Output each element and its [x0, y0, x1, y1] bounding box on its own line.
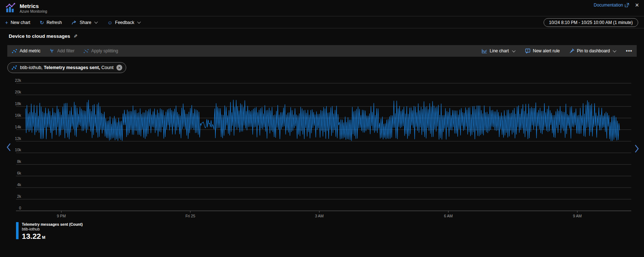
pill-resource: btib-iothub,: [20, 65, 44, 70]
svg-text:10k: 10k: [15, 148, 21, 152]
pin-icon: [569, 48, 575, 53]
svg-text:4k: 4k: [17, 182, 21, 187]
app-header: Metrics Azure Monitoring Documentation ×: [0, 0, 644, 16]
svg-text:16k: 16k: [15, 113, 21, 117]
svg-text:8k: 8k: [17, 159, 21, 164]
scatter-metric-icon: [12, 49, 17, 53]
feedback-label: Feedback: [115, 20, 134, 25]
metrics-chart-svg[interactable]: 02k4k6k8k10k12k14k16k18k20k22k9 PMFri 25…: [0, 73, 644, 222]
legend-value-unit: M: [42, 235, 45, 240]
share-label: Share: [80, 20, 91, 25]
ellipsis-icon: •••: [626, 48, 632, 54]
add-filter-label: Add filter: [57, 48, 74, 53]
svg-text:2k: 2k: [17, 194, 21, 198]
refresh-icon: ↻: [40, 20, 44, 25]
new-alert-rule-button[interactable]: New alert rule: [525, 48, 560, 53]
legend-metric-name: Telemetry messages sent (Count): [22, 222, 83, 227]
smiley-icon: ☺: [107, 20, 112, 25]
chevron-down-icon: [613, 49, 616, 52]
pill-aggregation: Count: [100, 65, 114, 70]
svg-text:12k: 12k: [15, 136, 21, 141]
close-icon[interactable]: ×: [635, 2, 639, 8]
page-subtitle: Azure Monitoring: [20, 9, 47, 13]
scatter-metric-icon: [11, 65, 17, 70]
new-chart-button[interactable]: + New chart: [5, 20, 30, 25]
legend-value-number: 13.22: [22, 232, 41, 240]
legend-item[interactable]: Telemetry messages sent (Count) btib-iot…: [16, 222, 83, 242]
chevron-down-icon: [137, 20, 141, 24]
apply-splitting-button[interactable]: Apply splitting: [83, 48, 118, 53]
new-alert-rule-label: New alert rule: [533, 48, 560, 53]
legend-color-swatch: [16, 222, 19, 239]
legend-total-value: 13.22M: [22, 232, 83, 242]
documentation-link[interactable]: Documentation: [594, 3, 629, 8]
chart-type-dropdown[interactable]: Line chart: [481, 48, 516, 53]
new-chart-label: New chart: [11, 20, 30, 25]
filter-icon: [49, 49, 55, 53]
svg-text:0: 0: [19, 206, 21, 210]
svg-text:9 AM: 9 AM: [573, 214, 582, 218]
alert-rule-icon: [525, 48, 530, 53]
metrics-logo-icon: [5, 3, 16, 13]
svg-text:9 PM: 9 PM: [57, 214, 66, 218]
chart-type-label: Line chart: [490, 48, 509, 53]
plus-icon: +: [5, 20, 8, 25]
svg-text:Fri 25: Fri 25: [186, 214, 195, 218]
svg-text:6 AM: 6 AM: [444, 214, 453, 218]
svg-text:22k: 22k: [15, 78, 21, 83]
svg-text:18k: 18k: [15, 101, 21, 106]
svg-text:6k: 6k: [17, 171, 21, 175]
share-icon: [71, 20, 77, 25]
chart-command-bar: Add metric Add filter Apply splitting: [7, 45, 637, 57]
pin-to-dashboard-label: Pin to dashboard: [577, 48, 610, 53]
svg-text:20k: 20k: [15, 90, 21, 94]
chart-title-row: Device to cloud messages ✎: [9, 33, 77, 39]
pill-metric: Telemetry messages sent,: [44, 65, 100, 70]
time-range-picker[interactable]: 10/24 8:10 PM - 10/25 10:00 AM (1 minute…: [544, 18, 638, 27]
feedback-button[interactable]: ☺ Feedback: [107, 20, 141, 25]
page-title: Metrics: [20, 3, 47, 9]
metric-pill-text: btib-iothub, Telemetry messages sent, Co…: [20, 65, 114, 70]
refresh-label: Refresh: [47, 20, 62, 25]
refresh-button[interactable]: ↻ Refresh: [40, 20, 62, 25]
scroll-left-chevron-icon[interactable]: [6, 142, 12, 152]
top-command-bar: + New chart ↻ Refresh Share ☺ Feedback 1…: [0, 17, 644, 28]
svg-text:14k: 14k: [15, 125, 21, 129]
external-link-icon: [625, 3, 629, 7]
splitting-icon: [83, 49, 89, 53]
pin-to-dashboard-button[interactable]: Pin to dashboard: [569, 48, 617, 53]
chart-title: Device to cloud messages: [9, 33, 70, 39]
metric-pill[interactable]: btib-iothub, Telemetry messages sent, Co…: [7, 62, 126, 73]
chevron-down-icon: [512, 49, 516, 52]
legend-resource-name: btib-iothub: [22, 227, 83, 231]
more-options-button[interactable]: •••: [626, 48, 632, 54]
documentation-label: Documentation: [594, 3, 623, 8]
edit-title-icon[interactable]: ✎: [73, 33, 77, 39]
metrics-page: Metrics Azure Monitoring Documentation ×…: [0, 0, 644, 257]
line-chart-icon: [481, 49, 487, 53]
scroll-right-chevron-icon[interactable]: [634, 144, 640, 153]
add-filter-button[interactable]: Add filter: [49, 48, 74, 53]
add-metric-label: Add metric: [20, 48, 40, 53]
chevron-down-icon: [94, 20, 98, 24]
apply-splitting-label: Apply splitting: [91, 48, 118, 53]
svg-text:3 AM: 3 AM: [315, 214, 324, 218]
add-metric-button[interactable]: Add metric: [12, 48, 40, 53]
share-button[interactable]: Share: [71, 20, 98, 25]
remove-metric-icon[interactable]: ×: [116, 65, 122, 71]
